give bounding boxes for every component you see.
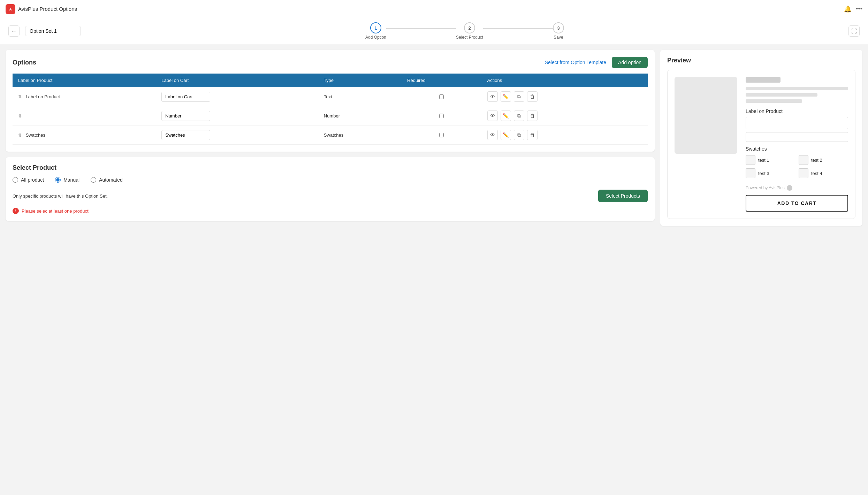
row2-edit-button[interactable]: ✏️ [501, 111, 511, 121]
row2-label-cart [156, 106, 318, 125]
row3-label-text: Swatches [26, 132, 45, 138]
option-set-name-input[interactable] [25, 26, 81, 36]
col-label-product: Label on Product [13, 74, 156, 87]
table-header-row: Label on Product Label on Cart Type Requ… [13, 74, 648, 87]
row3-actions: 👁 ✏️ ⧉ 🗑 [482, 125, 648, 145]
swatch-item-4: test 4 [799, 168, 848, 178]
radio-all-product[interactable]: All product [13, 177, 44, 183]
col-label-cart: Label on Cart [156, 74, 318, 87]
step-label-3: Save [554, 35, 563, 40]
back-button[interactable]: ← [8, 25, 20, 37]
action-icons-2: 👁 ✏️ ⧉ 🗑 [487, 111, 642, 121]
row2-cart-input[interactable] [161, 111, 210, 121]
row3-required [402, 125, 481, 145]
row2-label-product: ⇅ [13, 106, 156, 125]
row2-copy-button[interactable]: ⧉ [514, 111, 524, 121]
more-icon[interactable]: ••• [856, 5, 862, 13]
row3-required-checkbox[interactable] [439, 133, 444, 137]
radio-manual-label: Manual [63, 177, 79, 183]
topbar-left: A AvisPlus Product Options [6, 4, 77, 14]
row1-required-checkbox[interactable] [439, 94, 444, 99]
radio-manual[interactable]: Manual [55, 177, 79, 183]
row1-copy-button[interactable]: ⧉ [514, 91, 524, 102]
row1-delete-button[interactable]: 🗑 [527, 91, 538, 102]
radio-manual-input[interactable] [55, 177, 61, 183]
page-header: ← 1 Add Option 2 Select Product 3 Save [0, 18, 868, 44]
col-type: Type [318, 74, 402, 87]
row3-label-product: ⇅ Swatches [13, 125, 156, 145]
step-1: 1 Add Option [365, 22, 386, 40]
add-option-button[interactable]: Add option [612, 57, 648, 68]
row3-type: Swatches [318, 125, 402, 145]
step-circle-3: 3 [553, 22, 564, 33]
preview-line-1 [746, 87, 848, 90]
app-icon: A [6, 4, 15, 14]
radio-automated[interactable]: Automated [91, 177, 123, 183]
template-link[interactable]: Select from Option Template [545, 60, 606, 65]
swatch-text-4: test 4 [811, 171, 822, 176]
left-panel: Options Select from Option Template Add … [6, 50, 655, 495]
sort-icon[interactable]: ⇅ [18, 94, 22, 99]
step-line-1 [386, 28, 456, 29]
options-header: Options Select from Option Template Add … [13, 57, 648, 68]
main-layout: Options Select from Option Template Add … [0, 44, 868, 495]
powered-by-text: Powered by AvisPlus [746, 185, 785, 190]
select-product-card: Select Product All product Manual Automa… [6, 157, 655, 221]
fullscreen-button[interactable] [848, 25, 860, 37]
sort-icon-3[interactable]: ⇅ [18, 133, 22, 138]
options-card: Options Select from Option Template Add … [6, 50, 655, 152]
row2-required-checkbox[interactable] [439, 114, 444, 118]
row2-type: Number [318, 106, 402, 125]
row3-copy-button[interactable]: ⧉ [514, 130, 524, 140]
swatch-box-2 [799, 155, 808, 165]
radio-automated-input[interactable] [91, 177, 96, 183]
row1-edit-button[interactable]: ✏️ [501, 91, 511, 102]
select-product-footer: Only specific products will have this Op… [13, 190, 648, 202]
row2-actions: 👁 ✏️ ⧉ 🗑 [482, 106, 648, 125]
sort-icon-2[interactable]: ⇅ [18, 114, 22, 119]
row3-cart-input[interactable] [161, 130, 210, 140]
preview-input-sm [746, 132, 848, 142]
topbar-right: 🔔 ••• [844, 5, 862, 13]
preview-right-content: Label on Product Swatches test 1 test [746, 77, 848, 212]
swatch-box-1 [746, 155, 755, 165]
preview-content: Label on Product Swatches test 1 test [675, 77, 848, 212]
swatch-box-4 [799, 168, 808, 178]
preview-line-3 [746, 99, 802, 103]
step-circle-1: 1 [370, 22, 381, 33]
row2-required [402, 106, 481, 125]
row2-view-button[interactable]: 👁 [487, 111, 498, 121]
step-3: 3 Save [553, 22, 564, 40]
bell-icon[interactable]: 🔔 [844, 5, 852, 13]
step-circle-2: 2 [464, 22, 475, 33]
step-label-2: Select Product [456, 35, 483, 40]
row3-delete-button[interactable]: 🗑 [527, 130, 538, 140]
select-products-button[interactable]: Select Products [598, 190, 648, 202]
swatch-item-2: test 2 [799, 155, 848, 165]
row1-cart-input[interactable] [161, 92, 210, 102]
add-to-cart-button[interactable]: ADD TO CART [746, 195, 848, 212]
preview-image [675, 77, 737, 154]
col-actions: Actions [482, 74, 648, 87]
row2-delete-button[interactable]: 🗑 [527, 111, 538, 121]
swatches-grid: test 1 test 2 test 3 [746, 155, 848, 178]
svg-text:A: A [9, 7, 12, 11]
preview-title-placeholder [746, 77, 781, 83]
error-text: Please selec at least one product! [22, 208, 90, 214]
swatch-text-1: test 1 [758, 158, 769, 163]
step-2: 2 Select Product [456, 22, 483, 40]
preview-title: Preview [667, 57, 855, 64]
swatch-text-2: test 2 [811, 158, 822, 163]
error-icon: ! [13, 208, 19, 214]
preview-card: Preview Label on Product Swatches [660, 50, 862, 226]
step-label-1: Add Option [365, 35, 386, 40]
row3-edit-button[interactable]: ✏️ [501, 130, 511, 140]
preview-input-placeholder [746, 117, 848, 129]
preview-line-2 [746, 93, 817, 97]
action-icons-3: 👁 ✏️ ⧉ 🗑 [487, 130, 642, 140]
radio-all-product-input[interactable] [13, 177, 18, 183]
swatches-label: Swatches [746, 146, 848, 152]
row3-view-button[interactable]: 👁 [487, 130, 498, 140]
select-product-note: Only specific products will have this Op… [13, 193, 108, 199]
row1-view-button[interactable]: 👁 [487, 91, 498, 102]
